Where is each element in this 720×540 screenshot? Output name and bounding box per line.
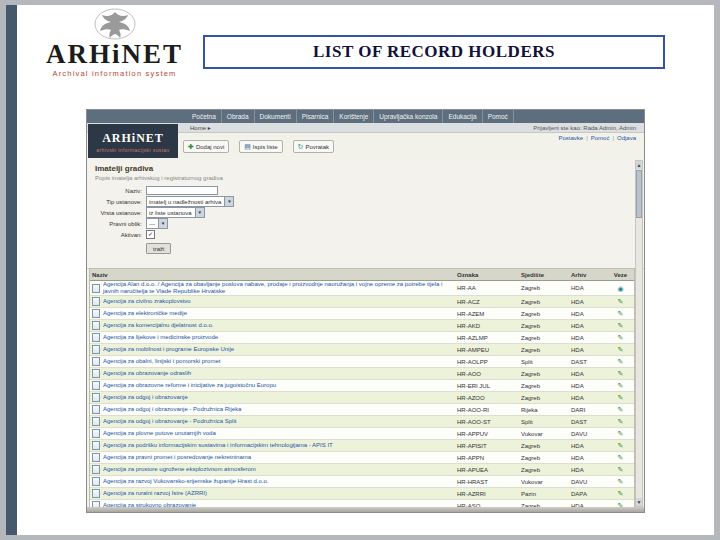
vertical-scrollbar[interactable]: ▲ ▼ xyxy=(635,160,643,507)
record-holder-link[interactable]: Agencija za odgoj i obrazovanje xyxy=(103,394,188,401)
scroll-down-icon[interactable]: ▼ xyxy=(636,498,642,506)
record-holder-name-cell: Agencija za obrazovne reforme i inicijat… xyxy=(90,381,455,390)
app-logo: ARHiNET arhivski informacijski sustav xyxy=(88,124,178,158)
dodaj-novi-button[interactable]: ✚Dodaj novi xyxy=(183,140,229,153)
bottom-strip xyxy=(87,507,644,512)
record-holder-link[interactable]: Agencija za obalni, linijski i pomorski … xyxy=(103,358,220,365)
aktivan-checkbox[interactable]: ✓ xyxy=(146,230,155,239)
table-row: Agencija za civilno zrakoplovstvoHR-ACZZ… xyxy=(90,296,634,308)
print-icon: ▤ xyxy=(244,143,251,150)
user-link-postavke[interactable]: Postavke xyxy=(558,135,583,141)
edit-record-icon[interactable]: ✎ xyxy=(618,454,624,461)
record-archive: HDA xyxy=(569,371,607,377)
nav-item-pomoć[interactable]: Pomoć xyxy=(483,110,514,123)
record-holder-link[interactable]: Agencija za elektroničke medije xyxy=(103,310,187,317)
record-holder-link[interactable]: Agencija za odgoj i obrazovanje - Podruž… xyxy=(103,418,236,425)
record-holder-link[interactable]: Agencija za podršku informacijskim susta… xyxy=(103,442,333,449)
table-row: Agencija za pravni promet i posredovanje… xyxy=(90,452,634,464)
vrsta-ustanove-select[interactable]: iz liste ustanova▼ xyxy=(146,207,205,218)
edit-record-icon[interactable]: ✎ xyxy=(618,406,624,413)
edit-record-icon[interactable]: ✎ xyxy=(618,322,624,329)
pravni-oblik-select[interactable]: ---▼ xyxy=(146,218,168,229)
form-field-row: Aktivan:✓ xyxy=(87,229,234,240)
record-holder-icon xyxy=(92,477,100,486)
brand-title: ARHiNET xyxy=(27,41,202,67)
record-code: HR-APPN xyxy=(455,455,519,461)
record-holder-link[interactable]: Agencija za obrazovne reforme i inicijat… xyxy=(103,382,276,389)
record-holder-link[interactable]: Agencija za komercijalnu djelatnost d.o.… xyxy=(103,322,213,329)
nav-item-upravljačka-konzola[interactable]: Upravljačka konzola xyxy=(374,110,443,123)
edit-record-icon[interactable]: ✎ xyxy=(618,478,624,485)
view-record-icon[interactable]: ◉ xyxy=(617,285,623,292)
edit-record-icon[interactable]: ✎ xyxy=(618,466,624,473)
record-actions-cell: ✎ xyxy=(607,418,634,425)
edit-record-icon[interactable]: ✎ xyxy=(618,490,624,497)
nav-item-edukacija[interactable]: Edukacija xyxy=(443,110,482,123)
record-holder-name-cell: Agencija za prostore ugrožene eksplozivn… xyxy=(90,465,455,474)
ispis-liste-button[interactable]: ▤Ispis liste xyxy=(239,140,282,153)
nav-item-dokumenti[interactable]: Dokumenti xyxy=(255,110,297,123)
scroll-thumb[interactable] xyxy=(636,170,642,218)
record-code: HR-ERI JUL xyxy=(455,383,519,389)
record-city: Rijeka xyxy=(519,407,569,413)
scroll-up-icon[interactable]: ▲ xyxy=(636,161,642,169)
edit-record-icon[interactable]: ✎ xyxy=(618,394,624,401)
edit-record-icon[interactable]: ✎ xyxy=(618,334,624,341)
record-actions-cell: ◉ xyxy=(607,285,634,292)
record-city: Zagreb xyxy=(519,395,569,401)
record-holder-link[interactable]: Agencija za odgoj i obrazovanje - Podruž… xyxy=(103,406,241,413)
edit-record-icon[interactable]: ✎ xyxy=(618,430,624,437)
edit-record-icon[interactable]: ✎ xyxy=(618,370,624,377)
record-holder-link[interactable]: Agencija za razvoj Vukovarsko-srijemske … xyxy=(103,478,269,485)
record-holder-link[interactable]: Agencija za civilno zrakoplovstvo xyxy=(103,298,191,305)
tip-ustanove-select[interactable]: imatelj u nadležnosti arhiva▼ xyxy=(146,196,234,207)
record-code: HR-AMPEU xyxy=(455,347,519,353)
slide-title: LIST OF RECORD HOLDERS xyxy=(313,42,555,62)
record-holder-icon xyxy=(92,333,100,342)
record-actions-cell: ✎ xyxy=(607,322,634,329)
record-archive: HDA xyxy=(569,299,607,305)
record-code: HR-AZEM xyxy=(455,311,519,317)
nav-item-obrada[interactable]: Obrada xyxy=(222,110,255,123)
record-code: HR-AKD xyxy=(455,323,519,329)
record-archive: DAST xyxy=(569,359,607,365)
user-link-pomoć[interactable]: Pomoć xyxy=(591,135,610,141)
back-icon: ↻ xyxy=(298,143,304,150)
search-submit-button[interactable]: traži xyxy=(146,243,171,254)
edit-record-icon[interactable]: ✎ xyxy=(618,442,624,449)
app-toolbar: ✚Dodaj novi▤Ispis liste↻Povratak xyxy=(183,139,334,154)
record-holder-link[interactable]: Agencija za ruralni razvoj Istre (AZRRI) xyxy=(103,490,207,497)
nav-item-korištenje[interactable]: Korištenje xyxy=(334,110,374,123)
record-holder-link[interactable]: Agencija za mobilnost i programe Europsk… xyxy=(103,346,234,353)
record-archive: HDA xyxy=(569,467,607,473)
record-holder-name-cell: Agencija za elektroničke medije xyxy=(90,309,455,318)
record-holder-link[interactable]: Agencija za prostore ugrožene eksplozivn… xyxy=(103,466,256,473)
button-label: Povratak xyxy=(305,144,329,150)
edit-record-icon[interactable]: ✎ xyxy=(618,346,624,353)
record-city: Vukovar xyxy=(519,431,569,437)
record-city: Zagreb xyxy=(519,299,569,305)
edit-record-icon[interactable]: ✎ xyxy=(618,358,624,365)
record-holder-icon xyxy=(92,345,100,354)
povratak-button[interactable]: ↻Povratak xyxy=(293,140,335,153)
record-holder-link[interactable]: Agencija Alan d.o.o. / Agencija za obavl… xyxy=(103,281,453,295)
record-actions-cell: ✎ xyxy=(607,490,634,497)
record-holder-link[interactable]: Agencija za obrazovanje odraslih xyxy=(103,370,191,377)
record-holder-name-cell: Agencija za pravni promet i posredovanje… xyxy=(90,453,455,462)
form-field-row: Tip ustanove:imatelj u nadležnosti arhiv… xyxy=(87,196,234,207)
record-holder-link[interactable]: Agencija za plovne putove unutarnjih vod… xyxy=(103,430,216,437)
nav-item-početna[interactable]: Početna xyxy=(187,110,222,123)
nav-item-pisarnica[interactable]: Pisarnica xyxy=(297,110,335,123)
naziv-input[interactable] xyxy=(146,186,218,195)
record-holder-link[interactable]: Agencija za lijekove i medicinske proizv… xyxy=(103,334,218,341)
user-link-odjava[interactable]: Odjava xyxy=(617,135,636,141)
record-code: HR-AOO-ST xyxy=(455,419,519,425)
edit-record-icon[interactable]: ✎ xyxy=(618,298,624,305)
edit-record-icon[interactable]: ✎ xyxy=(618,310,624,317)
record-holder-link[interactable]: Agencija za pravni promet i posredovanje… xyxy=(103,454,251,461)
record-archive: HDA xyxy=(569,395,607,401)
record-city: Zagreb xyxy=(519,455,569,461)
record-archive: HDA xyxy=(569,347,607,353)
edit-record-icon[interactable]: ✎ xyxy=(618,418,624,425)
edit-record-icon[interactable]: ✎ xyxy=(618,382,624,389)
